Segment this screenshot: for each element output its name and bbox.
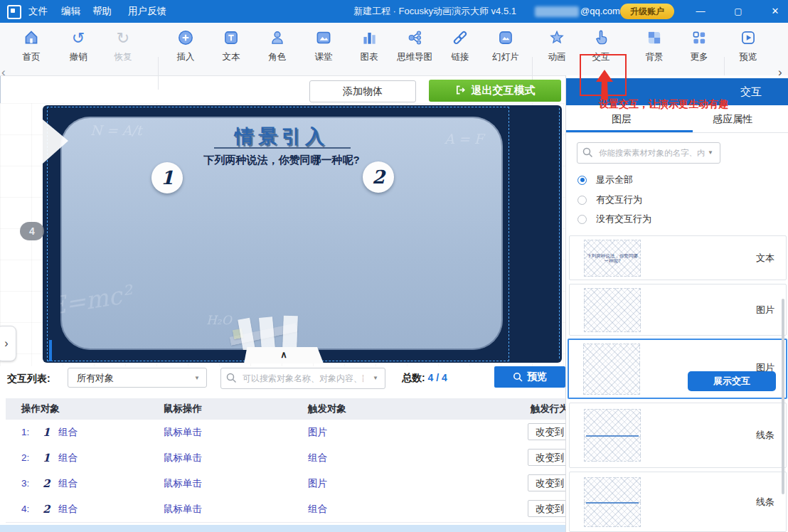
column-header: 鼠标操作 xyxy=(164,398,202,420)
selection-edge-handle[interactable] xyxy=(49,340,52,361)
row-object: 组合 xyxy=(58,496,78,522)
object-filter-dropdown[interactable]: 所有对象 ▼ xyxy=(68,368,207,388)
toolbar-animation[interactable]: 动画 xyxy=(534,28,580,63)
table-row[interactable]: 1: 1 组合 鼠标单击 图片 改变到 xyxy=(6,420,565,446)
exit-interaction-mode-button[interactable]: 退出交互模式 xyxy=(429,80,561,102)
menu-edit[interactable]: 编辑 xyxy=(58,0,83,23)
table-row[interactable]: 4: 2 组合 鼠标单击 组合 改变到 xyxy=(6,496,565,523)
toolbar-link[interactable]: 链接 xyxy=(437,28,483,63)
option-2-badge[interactable]: 2 xyxy=(363,161,394,193)
close-button[interactable]: ✕ xyxy=(762,0,788,23)
total-count-value: 4 / 4 xyxy=(428,372,447,383)
interaction-list-title: 交互列表: xyxy=(7,373,50,385)
interaction-search-input[interactable] xyxy=(241,368,365,388)
column-header: 操作对象 xyxy=(21,398,60,420)
mindmap-icon xyxy=(392,28,437,50)
account-email-redacted xyxy=(535,6,579,17)
toolbar-label: 文本 xyxy=(208,51,254,63)
toolbar-label: 撤销 xyxy=(55,51,101,63)
radio-label: 没有交互行为 xyxy=(596,213,651,225)
table-row[interactable]: 2: 1 组合 鼠标单击 组合 改变到 xyxy=(6,445,565,472)
toolbar-redo[interactable]: ↻ 恢复 xyxy=(100,28,146,63)
radio-label: 显示全部 xyxy=(596,174,633,186)
active-tab-underline xyxy=(566,130,693,132)
toolbar-label: 课堂 xyxy=(301,51,346,63)
toolbar-classroom[interactable]: 课堂 xyxy=(301,28,346,63)
layer-search[interactable]: ▼ xyxy=(577,142,720,164)
behavior-dropdown[interactable]: 改变到 xyxy=(528,500,565,517)
background-formula: H₂O xyxy=(206,313,232,327)
toolbar-undo[interactable]: ↺ 撤销 xyxy=(55,28,101,63)
row-index: 4: xyxy=(21,496,29,522)
thumbnail-text: 下列两种说法，你赞同哪一种呢? xyxy=(585,253,639,263)
behavior-dropdown[interactable]: 改变到 xyxy=(528,449,565,466)
app-window: 文件 编辑 帮助 用户反馈 新建工程 · Focusky动画演示大师 v4.5.… xyxy=(0,0,788,532)
caret-down-icon[interactable]: ▼ xyxy=(708,143,713,163)
menu-file[interactable]: 文件 xyxy=(26,0,50,23)
horizontal-scrollbar[interactable] xyxy=(0,525,565,532)
toolbar-label: 思维导图 xyxy=(392,51,437,63)
toolbar-label: 更多 xyxy=(676,51,722,63)
slide-content[interactable]: 情景引入 下列两种说法，你赞同哪一种呢? 1 2 N = A/t A = F E… xyxy=(60,117,503,350)
filter-no-interaction[interactable]: 没有交互行为 xyxy=(577,213,651,225)
preview-label: 预览 xyxy=(527,371,547,383)
caret-down-icon[interactable]: ▼ xyxy=(373,368,378,388)
behavior-dropdown[interactable]: 改变到 xyxy=(528,423,565,440)
upgrade-account-button[interactable]: 升级账户 xyxy=(620,4,674,19)
toolbar-home[interactable]: 首页 xyxy=(9,28,54,63)
toolbar-chart[interactable]: 图表 xyxy=(346,28,392,63)
layer-search-input[interactable] xyxy=(597,143,707,163)
toolbar-slides[interactable]: 幻灯片 xyxy=(483,28,528,63)
toolbar-insert[interactable]: 插入 xyxy=(163,28,208,63)
toolbar-mindmap[interactable]: 思维导图 xyxy=(392,28,437,63)
row-index: 1: xyxy=(21,420,29,445)
toolbar-scroll-left-icon[interactable]: ‹ xyxy=(1,65,6,80)
layer-type-label: 线条 xyxy=(756,429,774,442)
layer-item-line[interactable]: 线条 xyxy=(569,472,787,532)
layer-type-label: 线条 xyxy=(756,496,774,509)
row-group-no: 2 xyxy=(43,471,50,496)
row-object: 组合 xyxy=(58,471,78,496)
show-interaction-button[interactable]: 展示交互 xyxy=(688,371,776,391)
filter-has-interaction[interactable]: 有交互行为 xyxy=(577,193,642,206)
toolbar-text[interactable]: 文本 xyxy=(208,28,254,63)
toolbar-background[interactable]: 背景 xyxy=(632,28,677,63)
redo-icon: ↻ xyxy=(100,28,146,50)
maximize-button[interactable]: ▢ xyxy=(725,0,751,23)
layer-item-image-selected[interactable]: 图片 展示交互 xyxy=(568,339,787,399)
row-group-no: 2 xyxy=(43,496,50,522)
toolbar-more[interactable]: 更多 xyxy=(676,28,722,63)
interaction-search[interactable]: ▼ xyxy=(220,368,385,389)
filter-show-all[interactable]: 显示全部 xyxy=(577,174,633,186)
toolbar-label: 动画 xyxy=(534,51,580,63)
layer-item-line[interactable]: 线条 xyxy=(569,403,787,468)
vertical-scrollbar[interactable] xyxy=(782,299,784,494)
column-header: 触发行为 xyxy=(531,398,565,420)
radio-icon xyxy=(577,196,587,205)
sidebar-expander[interactable]: › xyxy=(0,326,16,361)
slide-title: 情景引入 xyxy=(60,124,503,149)
menu-feedback[interactable]: 用户反馈 xyxy=(125,0,169,23)
row-trigger-object: 图片 xyxy=(308,471,327,496)
row-mouse-action: 鼠标单击 xyxy=(164,471,202,496)
behavior-dropdown[interactable]: 改变到 xyxy=(528,474,565,491)
decor-card xyxy=(282,316,298,349)
toolbar-separator xyxy=(158,57,159,90)
preview-button[interactable]: 预览 xyxy=(494,366,565,388)
option-1-badge[interactable]: 1 xyxy=(151,162,183,193)
line-shape xyxy=(586,502,639,504)
toolbar-label: 背景 xyxy=(632,51,677,63)
menu-help[interactable]: 帮助 xyxy=(90,0,115,23)
toolbar-label: 首页 xyxy=(9,51,54,63)
layer-item-image[interactable]: 图片 xyxy=(569,284,787,336)
toolbar-preview[interactable]: 预览 xyxy=(725,28,771,63)
toolbar-label: 图表 xyxy=(346,51,392,63)
toolbar-role[interactable]: 角色 xyxy=(255,28,300,63)
row-mouse-action: 鼠标单击 xyxy=(164,445,202,471)
bottom-expand-tab[interactable]: ∧ xyxy=(244,347,324,363)
image-board-icon xyxy=(301,28,346,50)
add-object-button[interactable]: 添加物体 xyxy=(309,80,416,102)
layer-item-text[interactable]: 下列两种说法，你赞同哪一种呢? 文本 xyxy=(569,235,787,280)
table-row[interactable]: 3: 2 组合 鼠标单击 图片 改变到 xyxy=(6,471,565,497)
minimize-button[interactable]: — xyxy=(688,0,713,23)
